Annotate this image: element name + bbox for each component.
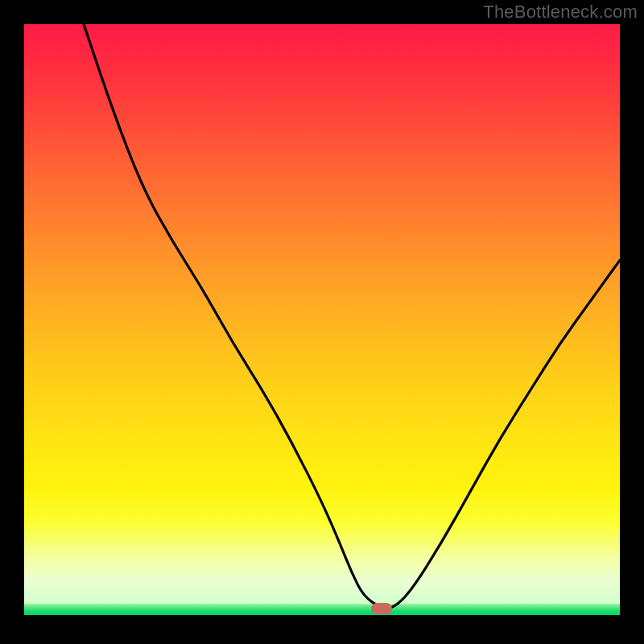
watermark-text: TheBottleneck.com — [483, 2, 638, 23]
optimum-marker — [371, 603, 392, 614]
plot-area — [24, 24, 620, 620]
chart-frame: TheBottleneck.com — [0, 0, 644, 644]
curve-svg — [24, 24, 620, 620]
bottleneck-curve — [84, 24, 620, 609]
